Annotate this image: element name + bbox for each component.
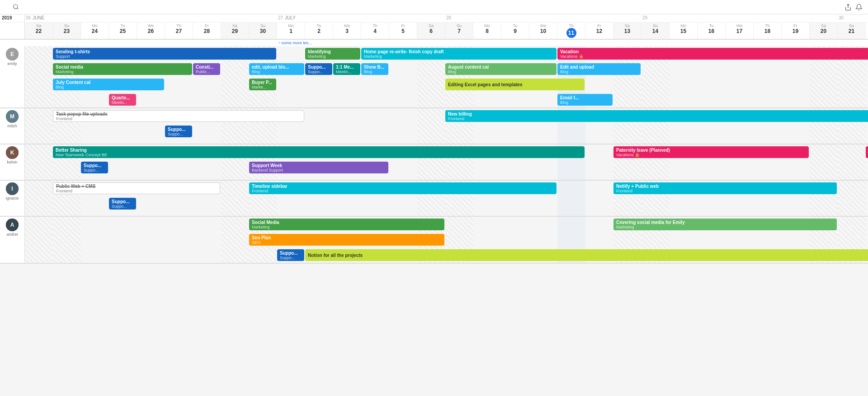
date-header: Sa22Su23Mo24Tu25We26Th27Fr28Sa29Su30Mo1T…	[0, 23, 868, 40]
calendar-header-top: 201926JUNE27JULY282930	[0, 14, 868, 23]
tracks-emily: Sending t-shirtsSupportIdentifyingMarket…	[25, 46, 868, 107]
svg-text:M: M	[10, 113, 14, 120]
avatar-emily: E	[6, 48, 19, 61]
bar-emily-1-4[interactable]: 1:1 Me...Meetin...	[333, 63, 360, 75]
bar-emily-0-2[interactable]: Home page re-write- finish copy draftMar…	[361, 48, 557, 60]
avatar-mitch: M	[6, 110, 19, 123]
bar-andrei-2-1[interactable]: Notion for all the projects	[305, 249, 868, 261]
svg-text:A: A	[10, 222, 14, 228]
bar-ignacio-0-2[interactable]: Netlify + Public webFrontend	[613, 182, 837, 194]
bar-andrei-1-0[interactable]: Seo PlanSEO	[249, 234, 444, 246]
tracks-ignacio: Public Web + CMSFrontendTimeline sidebar…	[25, 181, 868, 216]
person-row-kelvin: KkelvinBetter SharingNew Teamweek Concep…	[0, 144, 868, 181]
avatar-andrei: A	[6, 219, 19, 231]
bar-mitch-0-1[interactable]: New billingFrontend	[445, 110, 868, 122]
bar-emily-2-0[interactable]: July Content calBlog	[53, 79, 164, 90]
track-andrei-1: Seo PlanSEO	[25, 232, 868, 247]
bar-emily-1-7[interactable]: Edit and uploadBlog	[557, 63, 641, 75]
year-label: 2019	[0, 15, 12, 20]
person-info-andrei: Aandrei	[0, 217, 25, 263]
bar-kelvin-1-0[interactable]: Suppo...Suppo...	[81, 162, 108, 173]
track-ignacio-1: Suppo...Suppo...	[25, 196, 868, 211]
bar-andrei-0-0[interactable]: Social MediaMarketing	[249, 219, 444, 230]
avatar-kelvin: K	[6, 146, 19, 159]
track-andrei-2: Suppo...Suppo...Notion for all the proje…	[25, 247, 868, 263]
bar-emily-2-1[interactable]: Buyer P...Marke...	[249, 79, 276, 90]
track-emily-0: Sending t-shirtsSupportIdentifyingMarket…	[25, 46, 868, 61]
person-row-emily: EemilySending t-shirtsSupportIdentifying…	[0, 46, 868, 108]
person-name-ignacio: ignacio	[6, 196, 19, 200]
bar-emily-1-3[interactable]: Suppo...Suppo...	[305, 63, 332, 75]
person-name-andrei: andrei	[6, 232, 18, 237]
bar-andrei-2-0[interactable]: Suppo...Suppo...	[277, 249, 304, 261]
tracks-mitch: Task popup file uploadsFrontendNew billi…	[25, 108, 868, 144]
person-name-kelvin: kelvin	[7, 160, 17, 164]
track-emily-1: Social mediaMarketingConsti...Public...e…	[25, 61, 868, 77]
svg-point-0	[14, 4, 18, 8]
svg-text:E: E	[10, 51, 14, 57]
bar-emily-3-0[interactable]: Quarte...Meetin...	[109, 94, 136, 106]
bar-emily-1-2[interactable]: edit, upload blo...Blog	[249, 63, 304, 75]
share-icon[interactable]	[844, 4, 852, 11]
track-kelvin-1: Suppo...Suppo...Support WeekBackend Supp…	[25, 160, 868, 175]
avatar-ignacio: I	[6, 182, 19, 195]
bar-andrei-0-1[interactable]: Covering social media for EmilyMarketing	[613, 219, 837, 230]
bar-mitch-1-0[interactable]: Suppo...Suppo...	[165, 126, 192, 137]
calendar-wrapper: 201926JUNE27JULY282930Sa22Su23Mo24Tu25We…	[0, 14, 868, 396]
person-info-mitch: Mmitch	[0, 108, 25, 144]
bar-emily-0-1[interactable]: IdentifyingMarketing	[305, 48, 360, 60]
person-name-mitch: mitch	[7, 124, 17, 128]
track-ignacio-0: Public Web + CMSFrontendTimeline sidebar…	[25, 181, 868, 196]
svg-text:I: I	[11, 186, 13, 192]
bar-emily-1-5[interactable]: Show B...Blog	[361, 63, 388, 75]
week-num-28: 28	[446, 15, 451, 20]
bar-kelvin-0-1[interactable]: Paternity leave (Planned)Vacations 🔒	[613, 146, 809, 158]
app-header	[0, 0, 868, 14]
track-emily-3: Quarte...Meetin...Email f...Blog	[25, 92, 868, 107]
bar-kelvin-0-0[interactable]: Better SharingNew Teamweek Concept BE	[53, 146, 585, 158]
bar-kelvin-0-2[interactable]: Vacations (Planne...Vacations 🔒	[866, 146, 868, 158]
track-andrei-0: Social MediaMarketingCovering social med…	[25, 217, 868, 232]
search-icon[interactable]	[13, 4, 19, 11]
track-kelvin-0: Better SharingNew Teamweek Concept BEPat…	[25, 144, 868, 160]
person-row-ignacio: IignacioPublic Web + CMSFrontendTimeline…	[0, 181, 868, 217]
track-mitch-0: Task popup file uploadsFrontendNew billi…	[25, 108, 868, 124]
person-row-mitch: MmitchTask popup file uploadsFrontendNew…	[0, 108, 868, 144]
notification-icon[interactable]	[855, 4, 863, 11]
track-mitch-1: Suppo...Suppo...	[25, 124, 868, 139]
person-info-emily: Eemily	[0, 46, 25, 107]
tracks-andrei: Social MediaMarketingCovering social med…	[25, 217, 868, 263]
bar-mitch-0-0[interactable]: Task popup file uploadsFrontend	[53, 110, 304, 122]
person-info-kelvin: Kkelvin	[0, 144, 25, 180]
bar-ignacio-0-0[interactable]: Public Web + CMSFrontend	[53, 182, 220, 194]
bar-kelvin-1-1[interactable]: Support WeekBackend Support	[249, 162, 388, 173]
person-row-andrei: AandreiSocial MediaMarketingCovering soc…	[0, 217, 868, 264]
bar-emily-0-3[interactable]: VacationVacations 🔒	[557, 48, 868, 60]
week-num-30: 30	[839, 15, 844, 20]
bar-emily-1-1[interactable]: Consti...Public...	[193, 63, 220, 75]
person-info-ignacio: Iignacio	[0, 181, 25, 216]
bar-emily-1-0[interactable]: Social mediaMarketing	[53, 63, 192, 75]
bar-emily-2-2[interactable]: Editing Excel pages and templates	[445, 79, 585, 90]
svg-text:K: K	[10, 149, 14, 156]
bar-ignacio-1-0[interactable]: Suppo...Suppo...	[109, 198, 136, 210]
month-label-june: 26JUNE	[26, 15, 44, 20]
bar-emily-3-1[interactable]: Email f...Blog	[557, 94, 613, 106]
header-actions	[844, 4, 863, 11]
bar-emily-1-6[interactable]: August content calBlog	[445, 63, 557, 75]
bar-emily-0-0[interactable]: Sending t-shirtsSupport	[53, 48, 276, 60]
svg-line-1	[17, 8, 19, 9]
week-num-29: 29	[642, 15, 647, 20]
person-name-emily: emily	[7, 61, 17, 66]
track-emily-2: July Content calBlogBuyer P...Marke...Ed…	[25, 77, 868, 92]
tracks-kelvin: Better SharingNew Teamweek Concept BEPat…	[25, 144, 868, 180]
month-label-july: 27JULY	[278, 15, 296, 20]
bar-ignacio-0-1[interactable]: Timeline sidebarFrontend	[249, 182, 557, 194]
